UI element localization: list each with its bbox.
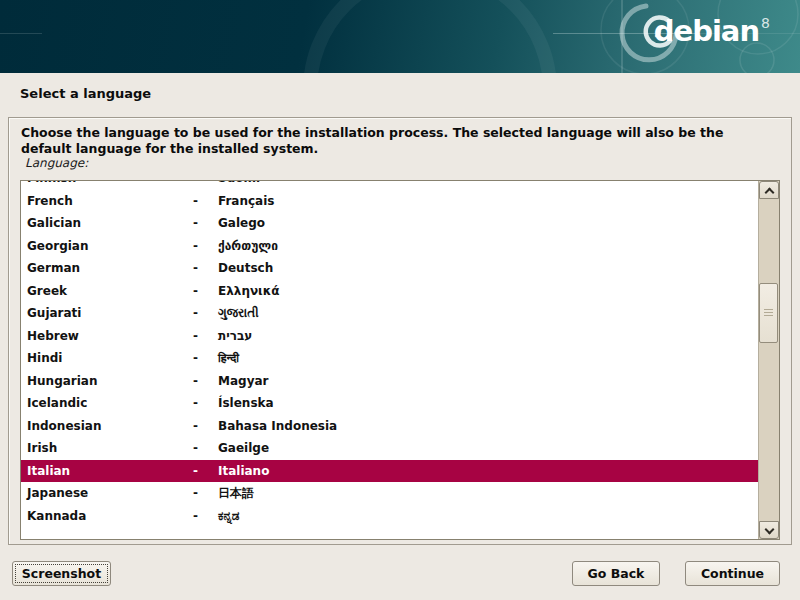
page-title: Select a language xyxy=(20,86,151,101)
separator-dash: - xyxy=(193,306,218,320)
language-english-name: Irish xyxy=(27,441,193,455)
language-list: Finnish-SuomiFrench-FrançaisGalician-Gal… xyxy=(20,180,780,540)
chevron-up-icon xyxy=(766,187,773,194)
separator-dash: - xyxy=(193,194,218,208)
language-native-name: Bahasa Indonesia xyxy=(218,419,758,433)
language-english-name: Greek xyxy=(27,284,193,298)
language-row[interactable]: French-Français xyxy=(21,190,758,213)
language-native-name: 日本語 xyxy=(218,485,758,502)
language-native-name: Suomi xyxy=(218,181,758,185)
language-native-name: Deutsch xyxy=(218,261,758,275)
language-native-name: ಕನ್ನಡ xyxy=(218,509,758,523)
instruction-text: Choose the language to be used for the i… xyxy=(21,125,773,157)
language-row[interactable]: Hebrew-עברית xyxy=(21,325,758,348)
scroll-thumb[interactable] xyxy=(759,283,778,343)
language-native-name: Ελληνικά xyxy=(218,284,758,298)
separator-dash: - xyxy=(193,419,218,433)
language-english-name: Hungarian xyxy=(27,374,193,388)
language-native-name: Galego xyxy=(218,216,758,230)
scroll-down-button[interactable] xyxy=(759,521,779,539)
debian-wordmark: debian8 xyxy=(654,16,770,46)
separator-dash: - xyxy=(193,441,218,455)
language-english-name: Hebrew xyxy=(27,329,193,343)
language-native-name: ગુજરાતી xyxy=(218,306,758,320)
separator-dash: - xyxy=(193,486,218,500)
language-english-name: Georgian xyxy=(27,239,193,253)
separator-dash: - xyxy=(193,464,218,478)
separator-dash: - xyxy=(193,509,218,523)
debian-header-banner: debian8 xyxy=(0,0,800,73)
language-english-name: Icelandic xyxy=(27,396,193,410)
language-english-name: French xyxy=(27,194,193,208)
scroll-up-button[interactable] xyxy=(759,181,779,199)
chevron-down-icon xyxy=(766,527,773,534)
language-english-name: German xyxy=(27,261,193,275)
language-row[interactable]: Icelandic-Íslenska xyxy=(21,392,758,415)
language-english-name: Hindi xyxy=(27,351,193,365)
language-row[interactable]: Finnish-Suomi xyxy=(21,181,758,190)
language-native-name: Italiano xyxy=(218,464,758,478)
thumb-grip-icon xyxy=(764,309,773,318)
product-name: debian xyxy=(654,14,759,48)
language-english-name: Indonesian xyxy=(27,419,193,433)
go-back-button[interactable]: Go Back xyxy=(572,561,660,586)
language-native-name: Gaeilge xyxy=(218,441,758,455)
language-row[interactable]: Japanese-日本語 xyxy=(21,482,758,505)
language-row[interactable]: Italian-Italiano xyxy=(21,460,758,483)
scrollbar xyxy=(758,181,779,539)
language-row[interactable]: Indonesian-Bahasa Indonesia xyxy=(21,415,758,438)
language-row[interactable]: Galician-Galego xyxy=(21,212,758,235)
version-number: 8 xyxy=(761,15,770,31)
language-row[interactable]: Gujarati-ગુજરાતી xyxy=(21,302,758,325)
language-list-viewport: Finnish-SuomiFrench-FrançaisGalician-Gal… xyxy=(21,181,758,539)
language-row[interactable]: Hindi-हिन्दी xyxy=(21,347,758,370)
language-english-name: Italian xyxy=(27,464,193,478)
language-english-name: Finnish xyxy=(27,181,193,185)
language-native-name: हिन्दी xyxy=(218,351,758,365)
language-native-name: Français xyxy=(218,194,758,208)
continue-button[interactable]: Continue xyxy=(685,561,780,586)
separator-dash: - xyxy=(193,351,218,365)
language-row[interactable]: Kannada-ಕನ್ನಡ xyxy=(21,505,758,528)
separator-dash: - xyxy=(193,261,218,275)
separator-dash: - xyxy=(193,329,218,343)
language-list-rows: Finnish-SuomiFrench-FrançaisGalician-Gal… xyxy=(21,181,758,527)
language-field-label: Language: xyxy=(25,156,88,170)
language-native-name: ქართული xyxy=(218,239,758,253)
language-english-name: Japanese xyxy=(27,486,193,500)
language-english-name: Galician xyxy=(27,216,193,230)
dialog-frame: Choose the language to be used for the i… xyxy=(8,117,792,545)
language-row[interactable]: Irish-Gaeilge xyxy=(21,437,758,460)
language-row[interactable]: Hungarian-Magyar xyxy=(21,370,758,393)
language-native-name: Magyar xyxy=(218,374,758,388)
separator-dash: - xyxy=(193,216,218,230)
language-english-name: Kannada xyxy=(27,509,193,523)
separator-dash: - xyxy=(193,239,218,253)
separator-dash: - xyxy=(193,374,218,388)
separator-dash: - xyxy=(193,181,218,185)
separator-dash: - xyxy=(193,284,218,298)
language-english-name: Gujarati xyxy=(27,306,193,320)
language-native-name: Íslenska xyxy=(218,396,758,410)
language-native-name: עברית xyxy=(218,329,758,343)
language-row[interactable]: Georgian-ქართული xyxy=(21,235,758,258)
language-row[interactable]: German-Deutsch xyxy=(21,257,758,280)
screenshot-button[interactable]: Screenshot xyxy=(12,561,111,586)
separator-dash: - xyxy=(193,396,218,410)
language-row[interactable]: Greek-Ελληνικά xyxy=(21,280,758,303)
